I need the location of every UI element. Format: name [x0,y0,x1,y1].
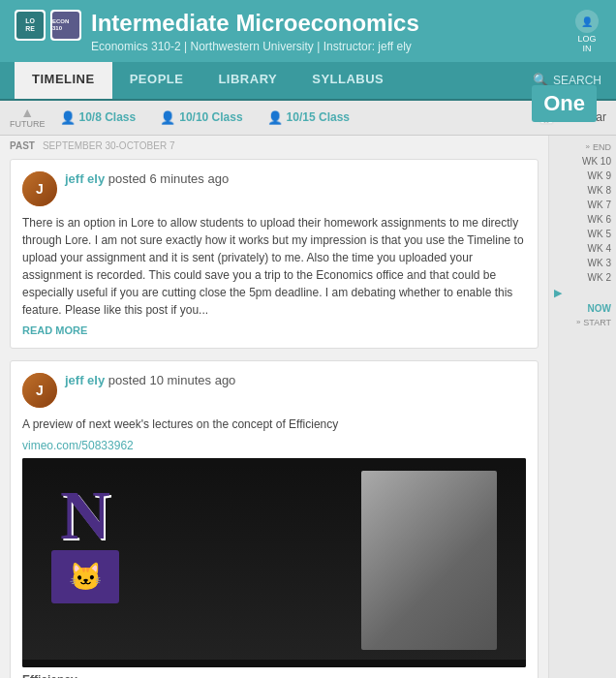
expand-icon: ▶ [554,287,562,299]
post-meta-2: jeff ely posted 10 minutes ago [65,373,526,387]
nav-tabs: TIMELINE PEOPLE LIBRARY SYLLABUS [15,62,533,99]
sidebar-wk4[interactable]: WK 4 [549,241,616,256]
class-label-2: 10/10 Class [179,110,242,124]
avatar-img-1: J [22,171,57,206]
one-badge: One [532,85,597,122]
sidebar-now[interactable]: NOW [549,301,616,316]
header-text: Intermediate Microeconomics Economics 31… [91,10,572,53]
header: LO RE ECON 310 Intermediate Microeconomi… [0,0,616,62]
class-label-3: 10/15 Class [287,110,350,124]
sidebar-wk5[interactable]: WK 5 [549,227,616,241]
post-header-1: J jeff ely posted 6 minutes ago [22,171,526,206]
post-meta-1: jeff ely posted 6 minutes ago [65,171,526,186]
post-header-2: J jeff ely posted 10 minutes ago [22,373,526,408]
content-area: PAST SEPTEMBER 30-OCTOBER 7 J jeff ely p… [0,136,548,678]
tab-library[interactable]: LIBRARY [200,62,294,99]
login-label: LOGIN [577,35,596,54]
post-card-1: J jeff ely posted 6 minutes ago There is… [10,159,539,349]
person-icon-2: 👤 [160,110,175,125]
wildcat-icon: 🐱 [69,561,103,593]
sidebar-wk3[interactable]: WK 3 [549,256,616,270]
post-author-1: jeff ely posted 6 minutes ago [65,171,526,186]
logo-area: LO RE ECON 310 [15,10,81,41]
video-bar-bottom [22,660,526,667]
person-icon-3: 👤 [267,110,283,125]
person-icon-1: 👤 [60,110,76,125]
video-caption: Efficiency [22,673,526,678]
page-subtitle: Economics 310-2 | Northwestern Universit… [91,40,572,53]
sidebar-expand-button[interactable]: ▶ [549,285,616,301]
past-header: PAST SEPTEMBER 30-OCTOBER 7 [10,140,539,151]
main-layout: PAST SEPTEMBER 30-OCTOBER 7 J jeff ely p… [0,136,616,678]
sidebar-wk8[interactable]: WK 8 [549,183,616,198]
sidebar-end[interactable]: » END [549,140,616,154]
tab-syllabus[interactable]: SYLLABUS [294,62,401,99]
video-inner: N 🐱 [22,466,526,660]
logo-box-1: LO RE [15,10,46,41]
class-item-3[interactable]: 👤 10/15 Class [267,110,350,125]
past-date: SEPTEMBER 30-OCTOBER 7 [43,140,175,151]
sidebar-arrow-end: » [586,142,590,151]
n-letter: N [60,480,110,550]
past-section: PAST SEPTEMBER 30-OCTOBER 7 J jeff ely p… [0,136,548,678]
class-label-1: 10/8 Class [79,110,137,124]
page-title: Intermediate Microeconomics [91,10,572,38]
post-text-2: A preview of next week's lectures on the… [22,416,526,433]
logo-inner-1: LO RE [16,12,44,39]
class-item-1[interactable]: 👤 10/8 Class [60,110,137,125]
login-icon: 👤 [575,10,599,33]
sidebar-wk2[interactable]: WK 2 [549,270,616,285]
avatar-2: J [22,373,57,408]
sidebar-arrow-start: » [576,318,580,326]
sidebar-wk7[interactable]: WK 7 [549,198,616,212]
logo-box-2: ECON 310 [50,10,81,41]
sidebar-wk9[interactable]: WK 9 [549,169,616,183]
tab-people[interactable]: PEOPLE [112,62,201,99]
avatar-img-2: J [22,373,57,408]
sidebar: » END WK 10 WK 9 WK 8 WK 7 WK 6 WK 5 WK … [548,136,616,678]
future-button[interactable]: ▲ FUTURE [10,106,46,129]
post-author-2: jeff ely posted 10 minutes ago [65,373,526,387]
n-logo-area: N 🐱 [51,480,119,603]
post-card-2: J jeff ely posted 10 minutes ago A previ… [10,360,539,678]
navigation: TIMELINE PEOPLE LIBRARY SYLLABUS 🔍 SEARC… [0,62,616,101]
up-arrow-icon: ▲ [20,106,34,119]
timeline-bar: ▲ FUTURE 👤 10/8 Class 👤 10/10 Class 👤 10… [0,101,616,136]
class-item-2[interactable]: 👤 10/10 Class [160,110,242,125]
logo-inner-2: ECON 310 [52,12,79,39]
video-bar-top [22,458,526,466]
sidebar-wk10[interactable]: WK 10 [549,154,616,169]
sidebar-wk6[interactable]: WK 6 [549,212,616,227]
past-label: PAST [10,140,35,151]
login-button[interactable]: 👤 LOGIN [572,10,601,54]
future-label: FUTURE [10,119,46,129]
tab-timeline[interactable]: TIMELINE [15,62,112,99]
person-silhouette [361,471,497,650]
wildcat-mascot: 🐱 [51,550,119,603]
video-thumbnail[interactable]: N 🐱 [22,458,526,667]
sidebar-start[interactable]: » START [549,316,616,329]
video-link[interactable]: vimeo.com/50833962 [22,439,526,452]
person-photo [361,471,497,650]
avatar-1: J [22,171,57,206]
read-more-button-1[interactable]: READ MORE [22,324,526,336]
post-text-1: There is an option in Lore to allow stud… [22,214,526,319]
